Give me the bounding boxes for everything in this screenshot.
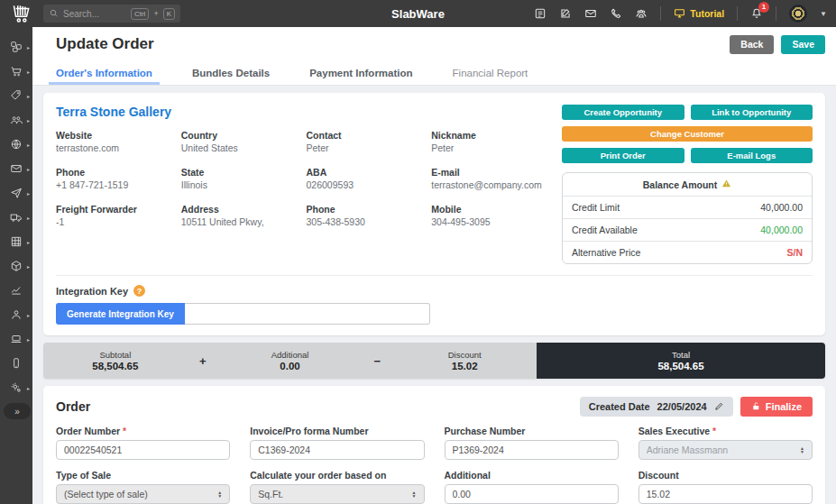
orders-form-icon[interactable] <box>534 7 547 20</box>
customer-field: NicknamePeter <box>431 130 547 153</box>
created-date-value: 22/05/2024 <box>657 401 707 412</box>
purchase-number-input[interactable] <box>445 440 619 460</box>
avatar[interactable] <box>789 5 807 23</box>
sidebar-item-mobile[interactable] <box>0 351 32 375</box>
customer-field: Phone305-438-5930 <box>307 204 423 227</box>
top-navbar: Search... Ctrl + K SlabWare Tutorial 1 ▼ <box>0 0 836 27</box>
order-number-input[interactable] <box>56 440 230 460</box>
generate-integration-key-button[interactable]: Generate Integration Key <box>56 303 185 325</box>
link-to-opportunity-button[interactable]: Link to Opportunity <box>691 105 813 120</box>
plus-operator: + <box>188 343 218 379</box>
calc-order-based-on-select[interactable]: Sq.Ft.▲▼ <box>250 484 424 504</box>
sidebar-item-slabs[interactable] <box>0 34 32 59</box>
tab-payment-information[interactable]: Payment Information <box>309 61 412 85</box>
tab-orders-information[interactable]: Order's Information <box>56 61 152 85</box>
finalize-label: Finalize <box>766 401 802 412</box>
subtotal-value: 58,504.65 <box>92 361 138 371</box>
sidebar-item-truck[interactable] <box>0 205 32 229</box>
order-form: Order Number Invoice/Pro forma Number Pu… <box>56 426 813 504</box>
sidebar-item-customers[interactable] <box>0 107 32 132</box>
customer-field: ABA026009593 <box>307 167 423 190</box>
lock-open-icon <box>751 401 761 413</box>
discount-input[interactable] <box>638 484 813 504</box>
mail-icon[interactable] <box>584 7 597 20</box>
phone-icon[interactable] <box>610 7 622 20</box>
warning-icon <box>721 179 731 190</box>
change-customer-button[interactable]: Change Customer <box>562 126 813 142</box>
created-date-label: Created Date <box>589 401 650 412</box>
search-icon <box>49 8 59 20</box>
sidebar-item-cart[interactable] <box>0 59 32 83</box>
main-content: Update Order Back Save Order's Informati… <box>32 27 836 504</box>
sidebar-item-settings[interactable] <box>0 375 32 399</box>
slabware-cart-logo[interactable] <box>9 3 32 24</box>
k-keycap: K <box>163 8 175 20</box>
tab-financial-report[interactable]: Financial Report <box>453 61 528 85</box>
pencil-icon[interactable] <box>714 401 724 413</box>
select-arrows-icon: ▲▼ <box>800 446 804 454</box>
alternative-price-value: S/N <box>786 247 803 258</box>
finalize-button[interactable]: Finalize <box>740 397 813 417</box>
ctrl-keycap: Ctrl <box>131 8 149 20</box>
customer-details-grid: Websiteterrastone.com CountryUnited Stat… <box>56 130 547 227</box>
divider <box>56 275 813 276</box>
invoice-number-input[interactable] <box>250 440 424 460</box>
sidebar-item-tags[interactable] <box>0 83 32 107</box>
sidebar-item-send[interactable] <box>0 180 32 205</box>
sidebar-item-laptop[interactable] <box>0 326 32 351</box>
tab-bundles-details[interactable]: Bundles Details <box>192 61 270 85</box>
create-opportunity-button[interactable]: Create Opportunity <box>562 105 684 120</box>
sidebar-item-grid[interactable] <box>0 229 32 253</box>
compose-icon[interactable] <box>559 7 572 20</box>
tutorial-label: Tutorial <box>690 8 724 19</box>
integration-key-label: Integration Key <box>56 286 128 297</box>
caret-down-icon[interactable]: ▼ <box>820 10 827 18</box>
customer-field: StateIllinois <box>181 167 298 190</box>
minus-operator: − <box>362 343 392 379</box>
additional-input[interactable] <box>445 484 619 504</box>
print-order-button[interactable]: Print Order <box>562 148 684 163</box>
subtotal-segment: Subtotal58,504.65 <box>43 343 188 379</box>
divider <box>660 6 661 21</box>
page-title: Update Order <box>56 35 154 53</box>
email-logs-button[interactable]: E-mail Logs <box>691 148 813 163</box>
sidebar-item-globe[interactable] <box>0 132 32 156</box>
credit-limit-value: 40,000.00 <box>760 202 803 213</box>
back-button[interactable]: Back <box>730 35 774 54</box>
help-icon[interactable]: ? <box>133 285 145 297</box>
sales-executive-select[interactable]: Adriane Massmann▲▼ <box>638 440 813 460</box>
sidebar-item-user[interactable] <box>0 302 32 326</box>
credit-available-value: 40,000.00 <box>760 225 803 235</box>
customer-name[interactable]: Terra Stone Gallery <box>56 105 547 119</box>
select-arrows-icon: ▲▼ <box>217 490 222 498</box>
customer-field: CountryUnited States <box>181 130 298 153</box>
plus-sign: + <box>153 9 158 18</box>
created-date-pill[interactable]: Created Date 22/05/2024 <box>580 397 733 417</box>
total-value: 58,504.65 <box>657 361 703 371</box>
additional-value: 0.00 <box>280 361 299 371</box>
tutorial-monitor-icon <box>674 7 685 21</box>
notifications-bell-icon[interactable]: 1 <box>750 7 763 20</box>
order-card: Order Created Date 22/05/2024 Finalize O… <box>43 386 825 504</box>
contacts-icon[interactable] <box>635 7 648 20</box>
totals-bar: Subtotal58,504.65 + Additional0.00 − Dis… <box>43 343 825 379</box>
customer-field: Websiteterrastone.com <box>56 130 172 153</box>
integration-key-input[interactable] <box>185 303 430 325</box>
additional-segment: Additional0.00 <box>218 343 363 379</box>
search-placeholder: Search... <box>63 9 126 19</box>
search-input[interactable]: Search... Ctrl + K <box>43 5 180 23</box>
discount-segment: Discount15.02 <box>392 343 537 379</box>
divider <box>737 6 738 21</box>
sidebar-item-package[interactable] <box>0 253 32 278</box>
balance-row: Credit Available40,000.00 <box>563 218 812 241</box>
sidebar-expand-button[interactable]: » <box>4 403 31 419</box>
save-button[interactable]: Save <box>781 35 825 54</box>
customer-card: Terra Stone Gallery Websiteterrastone.co… <box>43 93 825 335</box>
discount-value: 15.02 <box>452 361 478 371</box>
customer-field: Phone+1 847-721-1519 <box>56 167 172 190</box>
sidebar-item-mail[interactable] <box>0 156 32 180</box>
sidebar-item-chart[interactable] <box>0 278 32 302</box>
left-sidebar: » <box>0 27 32 504</box>
type-of-sale-select[interactable]: (Select type of sale)▲▼ <box>56 484 230 504</box>
tutorial-button[interactable]: Tutorial <box>674 7 724 21</box>
